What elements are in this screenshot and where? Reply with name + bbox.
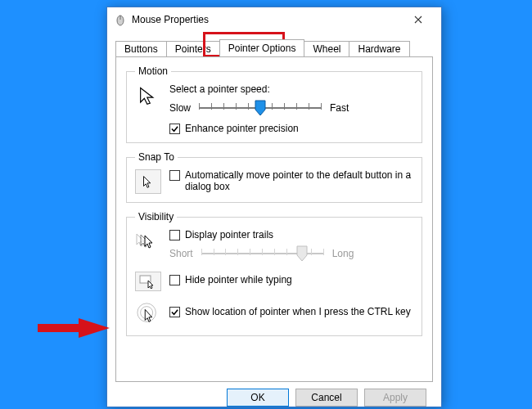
group-snap-to: Snap To Automatically move pointer to th… xyxy=(126,151,422,203)
tab-hardware[interactable]: Hardware xyxy=(349,41,409,57)
group-motion: Motion Select a pointer speed: Slow xyxy=(126,65,422,143)
mouse-icon xyxy=(114,13,127,26)
ok-button[interactable]: OK xyxy=(227,389,289,407)
hide-pointer-label: Hide pointer while typing xyxy=(185,274,292,285)
cancel-button[interactable]: Cancel xyxy=(295,389,358,407)
snap-to-icon xyxy=(135,169,161,194)
pointer-trails-icon xyxy=(135,229,161,255)
pointer-trails-slider xyxy=(201,244,324,263)
hide-pointer-checkbox[interactable] xyxy=(169,275,180,285)
pointer-speed-slider[interactable] xyxy=(199,98,322,118)
pointer-trails-label: Display pointer trails xyxy=(185,229,273,240)
tabstrip: Buttons Pointers Pointer Options Wheel H… xyxy=(115,37,433,56)
tab-pointers[interactable]: Pointers xyxy=(166,41,220,57)
tab-wheel[interactable]: Wheel xyxy=(304,41,349,57)
group-visibility-legend: Visibility xyxy=(135,211,177,222)
snap-to-checkbox[interactable] xyxy=(169,170,180,181)
group-snap-to-legend: Snap To xyxy=(135,151,178,163)
show-location-icon xyxy=(135,301,161,327)
group-visibility: Visibility Display pointer trails xyxy=(126,211,422,336)
hide-pointer-icon xyxy=(135,272,161,291)
group-motion-legend: Motion xyxy=(135,65,171,77)
trails-long-label: Long xyxy=(332,248,354,259)
dialog-buttons: OK Cancel Apply xyxy=(115,382,433,407)
dialog-body: Buttons Pointers Pointer Options Wheel H… xyxy=(107,32,441,409)
speed-fast-label: Fast xyxy=(330,102,349,114)
tab-buttons[interactable]: Buttons xyxy=(115,41,167,57)
red-arrow-callout xyxy=(38,317,111,339)
speed-slow-label: Slow xyxy=(169,102,191,114)
show-location-label: Show location of pointer when I press th… xyxy=(185,306,411,317)
tab-pointer-options[interactable]: Pointer Options xyxy=(219,39,305,56)
pointer-speed-label: Select a pointer speed: xyxy=(169,83,413,95)
tab-panel: Motion Select a pointer speed: Slow xyxy=(115,56,433,382)
pointer-trails-checkbox[interactable] xyxy=(169,230,180,240)
pointer-speed-icon xyxy=(135,83,161,110)
window-title: Mouse Properties xyxy=(132,14,400,25)
trails-short-label: Short xyxy=(169,248,193,259)
apply-button: Apply xyxy=(364,389,426,407)
close-button[interactable] xyxy=(400,7,436,32)
show-location-checkbox[interactable] xyxy=(169,307,180,317)
snap-to-label: Automatically move pointer to the defaul… xyxy=(185,169,413,192)
enhance-precision-checkbox[interactable] xyxy=(169,124,180,134)
titlebar[interactable]: Mouse Properties xyxy=(107,7,441,32)
mouse-properties-dialog: Mouse Properties Buttons Pointers Pointe… xyxy=(106,7,442,407)
enhance-precision-label: Enhance pointer precision xyxy=(185,123,299,134)
